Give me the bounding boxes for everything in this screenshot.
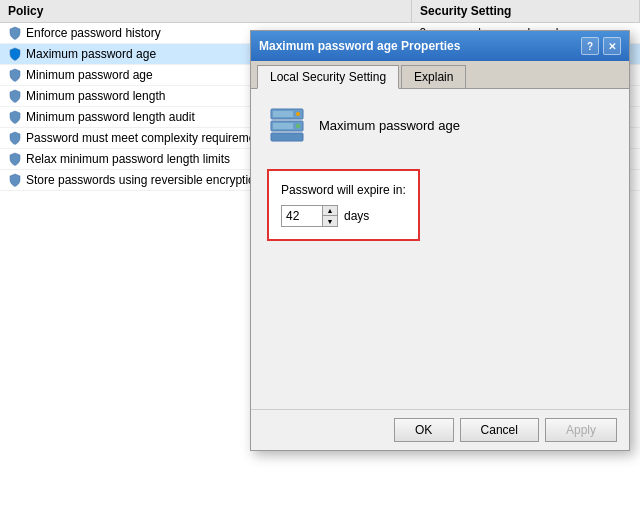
server-icon	[267, 105, 307, 145]
policy-label: Relax minimum password length limits	[26, 152, 230, 166]
policy-label: Store passwords using reversible encrypt…	[26, 173, 261, 187]
policy-label: Maximum password age	[26, 47, 156, 61]
policy-icon	[8, 47, 22, 61]
ok-button[interactable]: OK	[394, 418, 454, 442]
expire-label: Password will expire in:	[281, 183, 406, 197]
policy-column-header: Policy	[0, 0, 412, 23]
policy-label: Enforce password history	[26, 26, 161, 40]
policy-label: Minimum password age	[26, 68, 153, 82]
properties-dialog: Maximum password age Properties ? ✕ Loca…	[250, 30, 630, 451]
policy-icon	[8, 89, 22, 103]
cancel-button[interactable]: Cancel	[460, 418, 539, 442]
spinner-down[interactable]: ▼	[323, 216, 337, 226]
tab-local-security[interactable]: Local Security Setting	[257, 65, 399, 89]
policy-icon	[8, 26, 22, 40]
titlebar-buttons: ? ✕	[581, 37, 621, 55]
svg-rect-4	[273, 123, 293, 129]
policy-label: Password must meet complexity requiremen…	[26, 131, 271, 145]
spinner-up[interactable]: ▲	[323, 206, 337, 216]
policy-label: Minimum password length audit	[26, 110, 195, 124]
help-button[interactable]: ?	[581, 37, 599, 55]
dialog-tabs: Local Security Setting Explain	[251, 61, 629, 89]
dialog-header-title: Maximum password age	[319, 118, 460, 133]
tab-explain[interactable]: Explain	[401, 65, 466, 88]
security-column-header: Security Setting	[412, 0, 640, 23]
expire-input-row: ▲ ▼ days	[281, 205, 406, 227]
svg-rect-6	[271, 133, 303, 141]
dialog-titlebar: Maximum password age Properties ? ✕	[251, 31, 629, 61]
policy-icon	[8, 68, 22, 82]
dialog-content: Maximum password age Password will expir…	[251, 89, 629, 409]
expire-box: Password will expire in: ▲ ▼ days	[267, 169, 420, 241]
dialog-header: Maximum password age	[267, 105, 613, 145]
days-spinner[interactable]: ▲ ▼	[281, 205, 338, 227]
svg-point-2	[296, 112, 300, 116]
svg-point-5	[296, 124, 300, 128]
spinner-buttons: ▲ ▼	[322, 206, 337, 226]
policy-icon	[8, 131, 22, 145]
svg-rect-1	[273, 111, 293, 117]
dialog-footer: OK Cancel Apply	[251, 409, 629, 450]
apply-button[interactable]: Apply	[545, 418, 617, 442]
policy-label: Minimum password length	[26, 89, 165, 103]
days-input[interactable]	[282, 206, 322, 226]
days-label: days	[344, 209, 369, 223]
policy-icon	[8, 152, 22, 166]
dialog-title: Maximum password age Properties	[259, 39, 460, 53]
policy-icon	[8, 173, 22, 187]
policy-icon	[8, 110, 22, 124]
close-button[interactable]: ✕	[603, 37, 621, 55]
